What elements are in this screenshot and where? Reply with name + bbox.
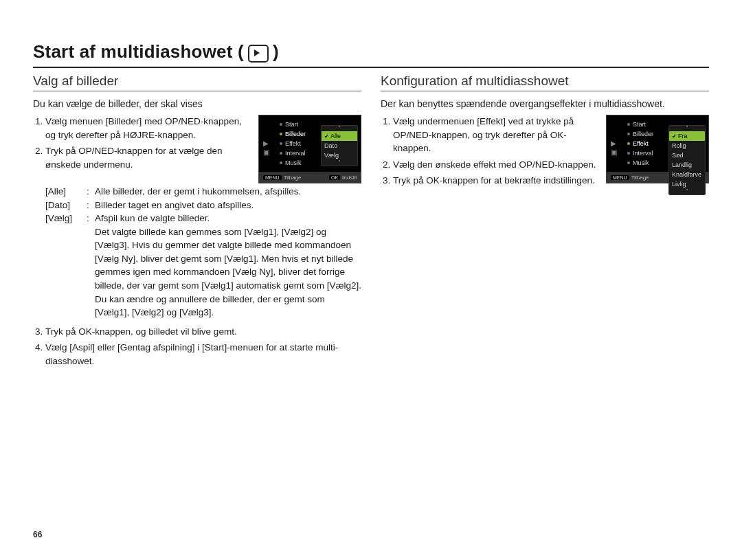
mode-icons: ▶▣: [263, 140, 276, 159]
mode-icons: ▶▣: [611, 140, 623, 159]
def-term: [Vælg]: [45, 212, 87, 320]
def-term: [Dato]: [45, 199, 87, 212]
bullet-icon: [280, 152, 282, 155]
submenu-item: Alle: [322, 131, 357, 141]
page-title: Start af multidiashowet ( ): [33, 41, 709, 63]
camera-icon: ▣: [263, 149, 276, 156]
menu-label: Interval: [633, 150, 653, 157]
left-rule: [33, 91, 361, 91]
page-number: 66: [33, 530, 42, 539]
menu-label: Interval: [285, 150, 306, 157]
title-text: Start af multidiashowet (: [33, 41, 244, 63]
right-rule: [381, 91, 709, 91]
camera-screen-right: ▶▣StartBillederEffektIntervalMusik˄FraRo…: [606, 115, 709, 183]
menu-label: Effekt: [285, 140, 301, 147]
bullet-icon: [280, 161, 282, 164]
right-lead: Der kan benyttes spændende overgangseffe…: [381, 98, 709, 109]
play-icon: ▶: [611, 140, 623, 147]
right-column: Konfiguration af multidiasshowet Der kan…: [381, 74, 709, 373]
left-intro-row: Vælg menuen [Billeder] med OP/NED-knappe…: [33, 115, 361, 183]
list-item: Tryk på OK-knappen, og billedet vil bliv…: [45, 325, 361, 339]
submenu-item: Sød: [669, 150, 705, 160]
list-item: Vælg den ønskede effekt med OP/NED-knapp…: [393, 158, 599, 172]
list-item: Vælg undermenuen [Effekt] ved at trykke …: [393, 115, 599, 155]
def-colon: :: [87, 185, 95, 199]
submenu-item: Dato: [322, 141, 357, 150]
right-steps: Vælg undermenuen [Effekt] ved at trykke …: [381, 115, 599, 193]
left-heading: Valg af billeder: [33, 74, 361, 89]
menu-label: Billeder: [633, 131, 653, 137]
menu-label: Musik: [285, 159, 302, 166]
right-intro-row: Vælg undermenuen [Effekt] ved at trykke …: [381, 115, 709, 193]
columns: Valg af billeder Du kan vælge de billede…: [33, 74, 709, 373]
right-heading: Konfiguration af multidiasshowet: [381, 74, 709, 89]
bullet-icon: [627, 152, 630, 155]
def-colon: :: [87, 212, 95, 320]
title-rule: [33, 67, 709, 68]
left-steps-3-4: Tryk på OK-knappen, og billedet vil bliv…: [33, 325, 361, 368]
camera-icon: ▣: [611, 149, 623, 156]
footer-right: OKIndstil: [329, 175, 357, 181]
def-term: [Alle]: [45, 185, 87, 199]
submenu-item: Livlig: [669, 179, 705, 189]
bullet-icon: [280, 142, 282, 145]
menu-label: Musik: [633, 159, 649, 166]
play-icon: ▶: [263, 140, 276, 147]
submenu-item: Landlig: [669, 160, 705, 170]
chevron-down-icon: ˅: [322, 160, 357, 166]
menu-key-icon: MENU: [611, 175, 629, 180]
list-item: Tryk på OK-knappen for at bekræfte indst…: [393, 174, 599, 188]
slideshow-icon: [248, 45, 269, 63]
bullet-icon: [627, 123, 630, 126]
menu-label: Effekt: [633, 140, 649, 147]
footer-left: MENUTilbage: [611, 175, 649, 181]
chevron-up-icon: ˄: [322, 126, 357, 131]
bullet-icon: [627, 161, 630, 164]
footer-left: MENUTilbage: [263, 175, 302, 181]
definition-list: [Alle]:Alle billeder, der er gemt i huko…: [45, 185, 361, 320]
bullet-icon: [280, 133, 282, 135]
screen-footer: MENUTilbageOKIndstil: [259, 172, 361, 183]
submenu-item: Rolig: [669, 141, 705, 150]
bullet-icon: [280, 123, 282, 126]
screen-submenu: ˄AlleDatoVælg˅: [321, 125, 358, 166]
bullet-icon: [627, 142, 630, 145]
submenu-item: Knaldfarve: [669, 170, 705, 179]
bullet-icon: [627, 133, 630, 135]
left-column: Valg af billeder Du kan vælge de billede…: [33, 74, 361, 373]
chevron-up-icon: ˄: [669, 126, 705, 131]
menu-label: Start: [633, 121, 646, 128]
chevron-down-icon: ˅: [669, 189, 705, 194]
menu-label: Start: [285, 121, 298, 128]
def-desc: Afspil kun de valgte billeder. Det valgt…: [95, 212, 361, 320]
list-item: Vælg menuen [Billeder] med OP/NED-knappe…: [45, 115, 251, 142]
left-steps-1-2: Vælg menuen [Billeder] med OP/NED-knappe…: [33, 115, 251, 177]
menu-key-icon: MENU: [263, 175, 282, 180]
ok-key-icon: OK: [329, 175, 340, 180]
list-item: Vælg [Aspil] eller [Gentag afspilning] i…: [45, 341, 361, 368]
menu-label: Billeder: [285, 131, 306, 137]
def-desc: Alle billeder, der er gemt i hukommelsen…: [95, 185, 361, 199]
submenu-item: Vælg: [322, 150, 357, 160]
submenu-item: Fra: [669, 131, 705, 141]
list-item: Tryk på OP/NED-knappen for at vælge den …: [45, 144, 251, 171]
def-desc: Billeder taget en angivet dato afspilles…: [95, 199, 361, 212]
def-colon: :: [87, 199, 95, 212]
screen-submenu: ˄FraRoligSødLandligKnaldfarveLivlig˅: [668, 125, 706, 195]
title-suffix: ): [273, 41, 279, 63]
camera-screen-left: ▶▣StartBillederEffektIntervalMusik˄AlleD…: [258, 115, 361, 183]
left-lead: Du kan vælge de billeder, der skal vises: [33, 98, 361, 109]
